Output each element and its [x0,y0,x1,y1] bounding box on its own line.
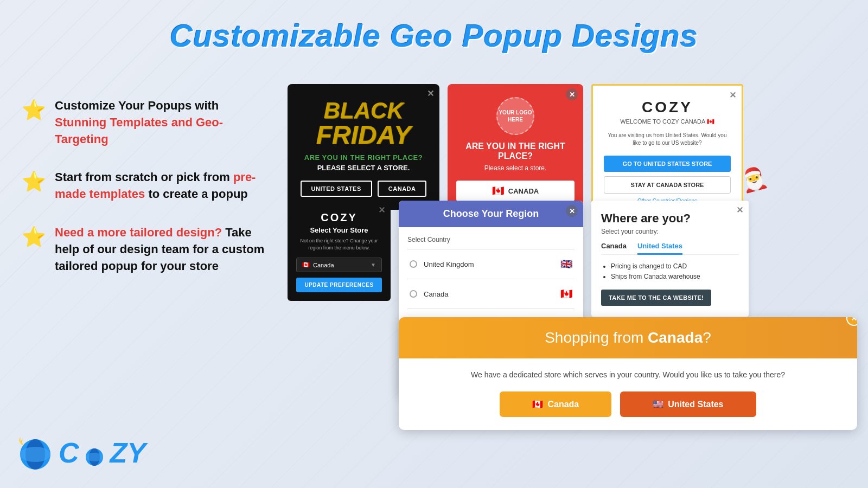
region-radio-uk [410,260,417,268]
blackfriday-word-black: BLACK [298,99,429,122]
feature-item-3: ⭐ Need a more tailored design? Take help… [22,224,266,274]
feature-item-1: ⭐ Customize Your Popups with Stunning Te… [22,98,266,147]
popup-region-close[interactable]: ✕ [566,205,578,217]
region-option-uk[interactable]: United Kingdom 🇬🇧 [407,254,575,274]
where-info-item-2: Ships from Canada warehouse [611,272,739,282]
star-icon-1: ⭐ [22,99,46,121]
feature-item-2: ⭐ Start from scratch or pick from pre-ma… [22,169,266,203]
where-info-item-1: Pricing is changed to CAD [611,261,739,272]
cozy-white-primary-button[interactable]: GO TO UNITED STATES STORE [604,156,731,172]
cozy-black-desc: Not on the right store? Change your regi… [296,237,382,251]
blackfriday-us-button[interactable]: UNITED STATES [301,181,372,197]
blackfriday-select-text: PLEASE SELECT A STORE. [298,164,429,172]
region-radio-canada [410,290,417,298]
star-icon-3: ⭐ [22,226,46,248]
svg-point-5 [86,453,103,461]
feature-text-2: Start from scratch or pick from pre-made… [55,169,266,203]
shopping-buttons: 🇨🇦 Canada 🇺🇸 United States [415,391,841,417]
blackfriday-title: BLACK FRIDAY [298,99,429,148]
region-select-label: Select Country [407,236,575,243]
cozy-black-update-button[interactable]: UPDATE PREFERENCES [296,278,382,292]
blackfriday-canada-button[interactable]: CANADA [378,181,427,197]
popups-area: 🎅 ✕ BLACK FRIDAY ARE YOU IN THE RIGHT PL… [288,84,857,477]
feature-text-3: Need a more tailored design? Take help o… [55,224,266,274]
blackfriday-subtitle: ARE YOU IN THE RIGHT PLACE? [298,153,429,162]
region-header: Choose Your Region [399,201,583,227]
shopping-us-button[interactable]: 🇺🇸 United States [620,391,756,417]
cozy-black-dropdown[interactable]: 🇨🇦 Canada ▼ [296,258,382,272]
popup-shopping: ✕ Shopping from Canada? We have a dedica… [399,317,857,430]
where-tab-us[interactable]: United States [637,242,682,255]
cozy-white-title: COZY [604,99,731,116]
christmas-subtitle: Please select a store. [456,164,575,172]
where-info-list: Pricing is changed to CAD Ships from Can… [601,261,739,282]
cozy-white-secondary-button[interactable]: STAY AT CANADA STORE [604,176,731,194]
shopping-header-text: Shopping from Canada? [545,329,711,346]
cozy-white-subtitle: WELCOME TO COZY CANADA 🇨🇦 [604,118,731,125]
popup-where: ✕ Where are you? Select your country: Ca… [591,201,749,317]
features-section: ⭐ Customize Your Popups with Stunning Te… [22,98,266,296]
shopping-canada-button[interactable]: 🇨🇦 Canada [500,391,611,417]
cozy-logo: C ZY [16,434,146,472]
blackfriday-buttons: UNITED STATES CANADA [298,181,429,197]
where-tab-canada[interactable]: Canada [601,242,627,254]
popup-cozy-white-close[interactable]: ✕ [729,90,736,100]
region-option-canada[interactable]: Canada 🇨🇦 [407,284,575,304]
cozy-white-desc: You are visiting us from United States. … [604,132,731,147]
popup-cozy-white: ✕ COZY WELCOME TO COZY CANADA 🇨🇦 You are… [591,84,743,219]
christmas-title: ARE YOU IN THE RIGHT PLACE? [456,142,575,161]
christmas-canada-button[interactable]: 🇨🇦 CANADA [456,181,575,201]
cozy-black-subtitle: Select Your Store [296,226,382,234]
cozy-logo-text: C ZY [59,436,146,469]
popup-cozy-black-close[interactable]: ✕ [378,205,385,215]
cozy-black-title: COZY [296,211,382,224]
page-title: Customizable Geo Popup Designs [0,0,868,67]
popup-christmas-close[interactable]: ✕ [566,88,578,100]
where-tabs: Canada United States [601,242,739,255]
popup-blackfriday: ✕ BLACK FRIDAY ARE YOU IN THE RIGHT PLAC… [288,84,439,210]
popup-blackfriday-close[interactable]: ✕ [427,88,434,99]
shopping-header: Shopping from Canada? [399,317,857,358]
where-action-button[interactable]: TAKE ME TO THE CA WEBSITE! [601,290,711,306]
star-icon-2: ⭐ [22,170,46,193]
svg-point-2 [20,447,50,462]
popup-where-close[interactable]: ✕ [736,205,743,215]
where-title: Where are you? [601,211,739,226]
christmas-logo: YOUR LOGO HERE [496,97,534,135]
shopping-body: We have a dedicated store which serves i… [399,358,857,430]
popup-cozy-black: ✕ COZY Select Your Store Not on the righ… [288,201,391,301]
feature-text-1: Customize Your Popups with Stunning Temp… [55,98,266,147]
blackfriday-word-friday: FRIDAY [298,122,429,148]
shopping-desc: We have a dedicated store which serves i… [415,369,841,381]
where-subtitle: Select your country: [601,228,739,235]
